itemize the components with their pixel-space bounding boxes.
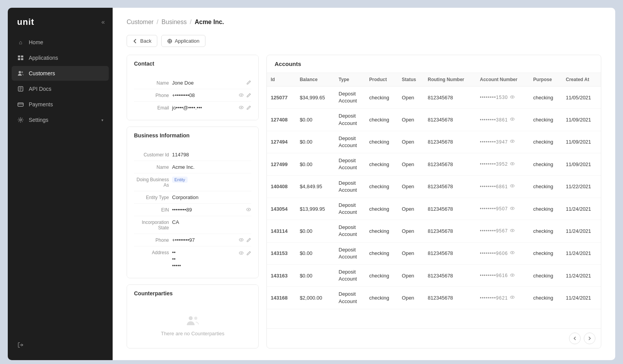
svg-point-31: [512, 141, 513, 142]
view-account-icon[interactable]: [510, 139, 515, 145]
col-type: Type: [335, 73, 365, 87]
sidebar-item-label: Settings: [29, 117, 49, 123]
inc-state-label: Incorporation State: [134, 219, 169, 231]
back-button[interactable]: Back: [127, 35, 157, 47]
sidebar-item-applications[interactable]: Applications: [12, 50, 109, 65]
col-status: Status: [398, 73, 424, 87]
edit-address-button[interactable]: [246, 251, 251, 256]
accounts-title: Accounts: [267, 55, 601, 73]
view-account-icon[interactable]: [510, 272, 515, 279]
cell-status: Open: [398, 198, 424, 220]
ein-label: EIN: [134, 207, 169, 213]
cell-account-number: ••••••••9567: [476, 220, 529, 242]
cell-status: Open: [398, 287, 424, 309]
prev-page-button[interactable]: [569, 333, 581, 344]
sidebar-item-api-docs[interactable]: API Docs: [12, 81, 109, 96]
sidebar-item-label: Home: [29, 39, 43, 45]
cell-status: Open: [398, 153, 424, 175]
table-row[interactable]: 143168 $2,000.00 DepositAccount checking…: [267, 287, 601, 309]
view-email-button[interactable]: [238, 105, 244, 110]
edit-biz-phone-button[interactable]: [246, 237, 251, 243]
view-account-icon[interactable]: [510, 161, 515, 168]
svg-point-19: [248, 209, 249, 210]
edit-email-button[interactable]: [246, 105, 251, 110]
table-row[interactable]: 143163 $0.00 DepositAccount checking Ope…: [267, 265, 601, 287]
cell-type: DepositAccount: [335, 198, 365, 220]
col-balance: Balance: [296, 73, 335, 87]
view-phone-button[interactable]: [238, 92, 244, 98]
col-product: Product: [365, 73, 398, 87]
svg-point-27: [512, 96, 513, 97]
cell-type: DepositAccount: [335, 109, 365, 131]
edit-phone-button[interactable]: [246, 93, 251, 98]
view-biz-phone-button[interactable]: [238, 237, 244, 243]
business-name-row: Name Acme Inc.: [134, 161, 251, 173]
main-content: Customer / Business / Acme Inc. Back App…: [113, 8, 615, 360]
table-row[interactable]: 143153 $0.00 DepositAccount checking Ope…: [267, 242, 601, 264]
contact-name-label: Name: [134, 80, 169, 86]
cell-type: DepositAccount: [335, 87, 365, 109]
cell-id: 143163: [267, 265, 296, 287]
view-account-icon[interactable]: [510, 94, 515, 101]
sidebar-item-logout[interactable]: [12, 338, 109, 352]
view-account-icon[interactable]: [510, 228, 515, 234]
view-account-icon[interactable]: [510, 206, 515, 212]
sidebar-item-payments[interactable]: Payments: [12, 97, 109, 112]
cell-routing: 812345678: [424, 175, 476, 198]
cell-product: checking: [365, 87, 398, 109]
svg-point-21: [241, 239, 242, 241]
table-row[interactable]: 127408 $0.00 DepositAccount checking Ope…: [267, 109, 601, 131]
cell-account-number: ••••••••3952: [476, 153, 529, 175]
cell-account-number: ••••••••3947: [476, 131, 529, 153]
svg-point-23: [241, 253, 242, 254]
sidebar-item-settings[interactable]: Settings ▾: [12, 113, 109, 127]
next-page-button[interactable]: [584, 333, 595, 344]
cell-type: DepositAccount: [335, 242, 365, 264]
entity-type-value: Corporation: [172, 194, 251, 200]
business-info-card: Business Information Customer Id 114798 …: [127, 127, 259, 278]
view-address-button[interactable]: [238, 250, 244, 256]
sidebar: unit « ⌂ Home Applications Customers: [8, 8, 113, 360]
cell-status: Open: [398, 242, 424, 264]
accounts-table[interactable]: Id Balance Type Product Status Routing N…: [267, 73, 601, 328]
cell-status: Open: [398, 87, 424, 109]
cell-purpose: checking: [529, 175, 562, 198]
cell-type: DepositAccount: [335, 175, 365, 198]
table-row[interactable]: 125077 $34,999.65 DepositAccount checkin…: [267, 87, 601, 109]
cell-routing: 812345678: [424, 109, 476, 131]
sidebar-item-customers[interactable]: Customers: [12, 66, 109, 81]
api-docs-icon: [17, 85, 24, 92]
payments-icon: [17, 101, 24, 108]
table-row[interactable]: 127499 $0.00 DepositAccount checking Ope…: [267, 153, 601, 175]
view-account-icon[interactable]: [510, 116, 515, 123]
table-row[interactable]: 143054 $13,999.95 DepositAccount checkin…: [267, 198, 601, 220]
application-button[interactable]: Application: [161, 35, 205, 47]
table-row[interactable]: 140408 $4,849.95 DepositAccount checking…: [267, 175, 601, 198]
table-row[interactable]: 127494 $0.00 DepositAccount checking Ope…: [267, 131, 601, 153]
cell-account-number: ••••••••9616: [476, 265, 529, 287]
settings-icon: [17, 116, 24, 123]
ein-row: EIN ••••••••89: [134, 204, 251, 216]
doing-business-value: Entity: [172, 177, 251, 183]
customer-id-value: 114798: [172, 152, 251, 158]
svg-rect-2: [18, 58, 20, 60]
col-purpose: Purpose: [529, 73, 562, 87]
sidebar-item-home[interactable]: ⌂ Home: [12, 35, 109, 50]
cell-balance: $0.00: [296, 265, 335, 287]
view-account-icon[interactable]: [510, 295, 515, 301]
svg-point-4: [19, 71, 21, 73]
table-row[interactable]: 143114 $0.00 DepositAccount checking Ope…: [267, 220, 601, 242]
view-account-icon[interactable]: [510, 183, 515, 190]
cell-status: Open: [398, 109, 424, 131]
svg-point-17: [241, 107, 242, 108]
page-header: Customer / Business / Acme Inc. Back App…: [113, 8, 615, 55]
collapse-button[interactable]: «: [101, 19, 105, 26]
cell-type: DepositAccount: [335, 153, 365, 175]
edit-name-button[interactable]: [246, 80, 251, 85]
table-pagination: [267, 328, 601, 348]
view-ein-button[interactable]: [246, 207, 251, 212]
cell-balance: $2,000.00: [296, 287, 335, 309]
cell-id: 143114: [267, 220, 296, 242]
view-account-icon[interactable]: [510, 250, 515, 257]
breadcrumb-current: Acme Inc.: [195, 19, 224, 26]
